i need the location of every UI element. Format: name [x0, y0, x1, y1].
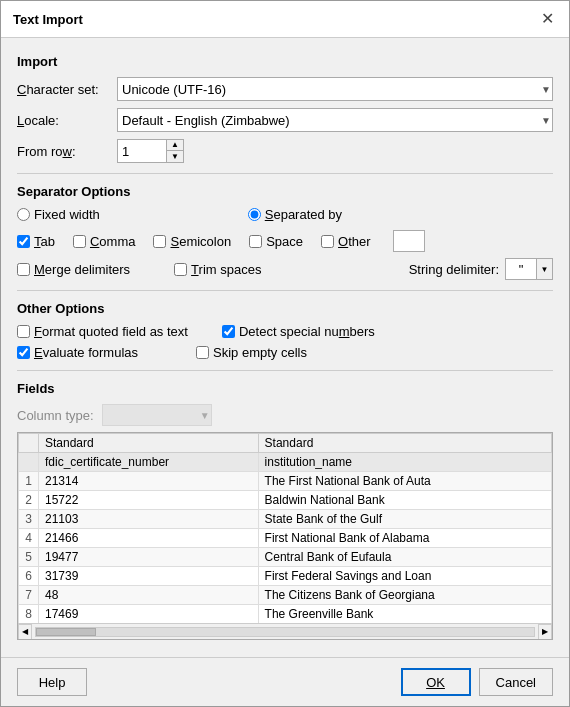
- column-type-row: Column type: ▼: [17, 404, 553, 426]
- comma-label: Comma: [90, 234, 136, 249]
- semicolon-label: Semicolon: [170, 234, 231, 249]
- detect-special-checkbox[interactable]: [222, 325, 235, 338]
- title-bar: Text Import ✕: [1, 1, 569, 38]
- other-checkbox[interactable]: [321, 235, 334, 248]
- data-cell: 21314: [39, 472, 259, 491]
- tab-checkbox[interactable]: [17, 235, 30, 248]
- row-num-cell: [19, 453, 39, 472]
- scroll-left-button[interactable]: ◀: [18, 624, 32, 640]
- data-table-scroll[interactable]: Standard Standard fdic_certificate_numbe…: [18, 433, 552, 623]
- data-cell: State Bank of the Gulf: [258, 510, 551, 529]
- data-cell: institution_name: [258, 453, 551, 472]
- character-set-select[interactable]: Unicode (UTF-16): [117, 77, 553, 101]
- trim-checkbox[interactable]: [174, 263, 187, 276]
- string-delimiter-input[interactable]: ": [505, 258, 537, 280]
- string-delimiter-label: String delimiter:: [409, 262, 499, 277]
- detect-special-checkbox-item: Detect special numbers: [222, 324, 375, 339]
- skip-empty-label: Skip empty cells: [213, 345, 307, 360]
- table-row[interactable]: 631739First Federal Savings and Loan: [19, 567, 552, 586]
- table-row[interactable]: 519477Central Bank of Eufaula: [19, 548, 552, 567]
- separator-checkboxes-row: Tab Comma Semicolon Space Other: [17, 230, 553, 252]
- merge-checkbox-item: Merge delimiters: [17, 262, 130, 277]
- column-type-label: Column type:: [17, 408, 94, 423]
- space-label: Space: [266, 234, 303, 249]
- divider-3: [17, 370, 553, 371]
- table-row[interactable]: 748The Citizens Bank of Georgiana: [19, 586, 552, 605]
- ok-button[interactable]: OK: [401, 668, 471, 696]
- skip-empty-checkbox[interactable]: [196, 346, 209, 359]
- fields-section-title: Fields: [17, 381, 553, 396]
- from-row-spinner: 1 ▲ ▼: [117, 139, 184, 163]
- tab-label: Tab: [34, 234, 55, 249]
- dialog-title: Text Import: [13, 12, 83, 27]
- merge-label: Merge delimiters: [34, 262, 130, 277]
- from-row-label: From row:: [17, 144, 117, 159]
- skip-empty-checkbox-item: Skip empty cells: [196, 345, 307, 360]
- other-text-input[interactable]: [393, 230, 425, 252]
- merge-checkbox[interactable]: [17, 263, 30, 276]
- merge-trim-string-row: Merge delimiters Trim spaces String deli…: [17, 258, 553, 280]
- other-options-section-title: Other Options: [17, 301, 553, 316]
- data-cell: 19477: [39, 548, 259, 567]
- locale-select[interactable]: Default - English (Zimbabwe): [117, 108, 553, 132]
- space-checkbox[interactable]: [249, 235, 262, 248]
- h-scroll-thumb[interactable]: [36, 628, 96, 636]
- locale-label: Locale:: [17, 113, 117, 128]
- row-num-cell: 3: [19, 510, 39, 529]
- row-num-cell: 5: [19, 548, 39, 567]
- table-row[interactable]: 321103State Bank of the Gulf: [19, 510, 552, 529]
- format-quoted-checkbox[interactable]: [17, 325, 30, 338]
- other-options-row1: Format quoted field as text Detect speci…: [17, 324, 553, 339]
- row-num-cell: 8: [19, 605, 39, 624]
- table-row[interactable]: fdic_certificate_numberinstitution_name: [19, 453, 552, 472]
- table-row[interactable]: 121314The First National Bank of Auta: [19, 472, 552, 491]
- dialog: Text Import ✕ Import Character set: Unic…: [0, 0, 570, 707]
- table-row[interactable]: 215722Baldwin National Bank: [19, 491, 552, 510]
- tab-checkbox-item: Tab: [17, 234, 55, 249]
- import-section-title: Import: [17, 54, 553, 69]
- from-row-input[interactable]: 1: [117, 139, 167, 163]
- evaluate-formulas-checkbox[interactable]: [17, 346, 30, 359]
- separated-by-radio-label[interactable]: Separated by: [248, 207, 342, 222]
- string-delimiter-arrow-icon[interactable]: ▼: [537, 258, 553, 280]
- data-cell: 21103: [39, 510, 259, 529]
- help-button[interactable]: Help: [17, 668, 87, 696]
- comma-checkbox[interactable]: [73, 235, 86, 248]
- data-cell: The First National Bank of Auta: [258, 472, 551, 491]
- table-row[interactable]: 421466First National Bank of Alabama: [19, 529, 552, 548]
- from-row-down-button[interactable]: ▼: [167, 151, 183, 162]
- format-quoted-checkbox-item: Format quoted field as text: [17, 324, 188, 339]
- cancel-button[interactable]: Cancel: [479, 668, 553, 696]
- data-cell: The Greenville Bank: [258, 605, 551, 624]
- row-num-cell: 2: [19, 491, 39, 510]
- trim-label: Trim spaces: [191, 262, 261, 277]
- data-cell: 31739: [39, 567, 259, 586]
- data-cell: The Citizens Bank of Georgiana: [258, 586, 551, 605]
- divider-1: [17, 173, 553, 174]
- other-options-row2: Evaluate formulas Skip empty cells: [17, 345, 553, 360]
- data-table-container: Standard Standard fdic_certificate_numbe…: [17, 432, 553, 640]
- h-scroll-track: [35, 627, 535, 637]
- separated-by-radio[interactable]: [248, 208, 261, 221]
- col-header-standard-2: Standard: [258, 434, 551, 453]
- data-table: Standard Standard fdic_certificate_numbe…: [18, 433, 552, 623]
- semicolon-checkbox[interactable]: [153, 235, 166, 248]
- fixed-width-label-text: Fixed width: [34, 207, 100, 222]
- data-cell: 15722: [39, 491, 259, 510]
- row-num-cell: 1: [19, 472, 39, 491]
- close-button[interactable]: ✕: [537, 9, 557, 29]
- evaluate-formulas-checkbox-item: Evaluate formulas: [17, 345, 138, 360]
- data-cell: fdic_certificate_number: [39, 453, 259, 472]
- character-set-select-wrapper: Unicode (UTF-16) ▼: [117, 77, 553, 101]
- data-cell: First Federal Savings and Loan: [258, 567, 551, 586]
- column-type-select[interactable]: [102, 404, 212, 426]
- scroll-right-button[interactable]: ▶: [538, 624, 552, 640]
- table-row[interactable]: 817469The Greenville Bank: [19, 605, 552, 624]
- col-header-standard-1: Standard: [39, 434, 259, 453]
- col-header-rownum: [19, 434, 39, 453]
- dialog-footer: Help OK Cancel: [1, 657, 569, 706]
- fixed-width-radio[interactable]: [17, 208, 30, 221]
- from-row-up-button[interactable]: ▲: [167, 140, 183, 151]
- horizontal-scrollbar[interactable]: ◀ ▶: [18, 623, 552, 639]
- fixed-width-radio-label[interactable]: Fixed width: [17, 207, 100, 222]
